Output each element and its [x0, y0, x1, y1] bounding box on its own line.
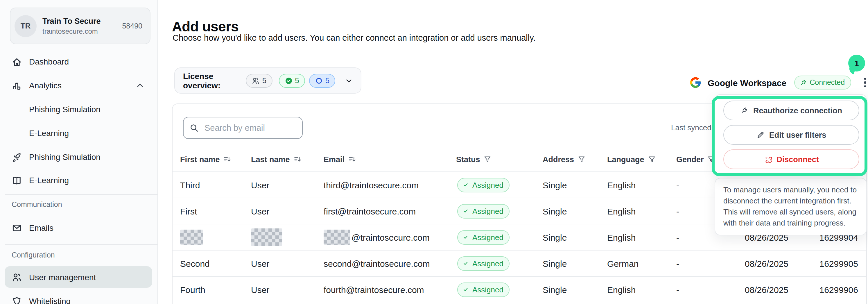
- sort-icon[interactable]: [348, 155, 356, 163]
- status-label: Assigned: [472, 181, 503, 189]
- shield-icon: [11, 296, 22, 304]
- edit-user-filters-label: Edit user filters: [769, 130, 827, 139]
- sidebar-item-label: Phishing Simulation: [29, 104, 100, 114]
- cell-first-name: [180, 224, 203, 250]
- disconnect-button[interactable]: Disconnect: [723, 149, 859, 169]
- cell-last-name: User: [251, 172, 269, 197]
- cell-user-id: 16299906: [788, 277, 858, 302]
- filter-icon[interactable]: [484, 155, 492, 163]
- check-icon: [462, 181, 469, 188]
- sidebar-divider: [5, 194, 157, 195]
- sidebar-item-label: User management: [29, 272, 96, 282]
- cell-language: German: [607, 250, 639, 276]
- workspace-switcher[interactable]: TR Train To Secure traintosecure.com 584…: [10, 7, 151, 44]
- sidebar-divider: [5, 244, 157, 245]
- connected-status-badge: Connected: [794, 75, 851, 90]
- cell-first-name: Third: [180, 172, 200, 197]
- connected-status-label: Connected: [810, 79, 845, 87]
- table-row[interactable]: Fourth User fourth@traintosecure.com Ass…: [173, 276, 866, 302]
- cell-email: second@traintosecure.com: [323, 250, 430, 276]
- license-total-badge: 5: [246, 73, 272, 88]
- sidebar-item-label: Phishing Simulation: [29, 152, 100, 161]
- sidebar-item-phishing-simulation[interactable]: Phishing Simulation: [5, 147, 152, 168]
- cell-status: Assigned: [457, 198, 510, 224]
- sidebar-item-dashboard[interactable]: Dashboard: [5, 51, 152, 72]
- integration-dropdown-menu: Reauthorize connection Edit user filters…: [715, 94, 867, 176]
- redacted-email-prefix: [323, 230, 350, 245]
- redacted-last-name: [251, 229, 282, 246]
- column-header-first-name[interactable]: First name: [180, 148, 231, 170]
- column-header-email[interactable]: Email: [323, 148, 356, 170]
- filter-icon[interactable]: [707, 155, 715, 163]
- sidebar: TR Train To Secure traintosecure.com 584…: [0, 0, 158, 304]
- reauthorize-connection-button[interactable]: Reauthorize connection: [723, 100, 859, 120]
- column-header-gender[interactable]: Gender: [676, 148, 715, 170]
- sidebar-item-emails[interactable]: Emails: [5, 217, 152, 238]
- sort-icon[interactable]: [223, 155, 231, 163]
- edit-user-filters-button[interactable]: Edit user filters: [723, 125, 859, 145]
- column-header-language[interactable]: Language: [607, 148, 656, 170]
- integration-menu-button[interactable]: [861, 76, 868, 89]
- sidebar-item-analytics-phishing-simulation[interactable]: Phishing Simulation: [5, 99, 152, 120]
- column-header-label: Status: [456, 155, 480, 163]
- cell-email: fourth@traintosecure.com: [323, 277, 424, 302]
- license-active-value: 5: [295, 76, 299, 85]
- search-box[interactable]: [183, 117, 303, 139]
- column-header-last-name[interactable]: Last name: [251, 148, 302, 170]
- sidebar-section-communication: Communication: [11, 201, 62, 209]
- integration-name: Google Workspace: [708, 78, 786, 88]
- sidebar-item-label: E-Learning: [29, 128, 69, 138]
- workspace-info: Train To Secure traintosecure.com: [42, 17, 116, 35]
- sidebar-item-e-learning[interactable]: E-Learning: [5, 170, 152, 191]
- license-active-badge: 5: [279, 73, 305, 88]
- table-row[interactable]: Second User second@traintosecure.com Ass…: [173, 250, 866, 276]
- filter-icon[interactable]: [648, 155, 656, 163]
- column-header-label: Last name: [251, 155, 290, 163]
- status-label: Assigned: [472, 233, 503, 242]
- check-icon: [462, 208, 469, 214]
- sidebar-item-user-management[interactable]: User management: [5, 266, 152, 288]
- plug-icon: [741, 107, 749, 115]
- check-icon: [462, 260, 469, 267]
- status-badge: Assigned: [457, 282, 510, 297]
- cell-status: Assigned: [457, 277, 510, 302]
- email-suffix: @traintosecure.com: [351, 232, 430, 242]
- sidebar-item-analytics-e-learning[interactable]: E-Learning: [5, 123, 152, 144]
- chevron-up-icon[interactable]: [136, 81, 144, 90]
- check-circle-icon: [284, 77, 292, 85]
- pencil-icon: [756, 131, 765, 139]
- cell-last-synced: 08/26/2025: [710, 277, 788, 302]
- cell-gender: -: [676, 224, 679, 250]
- column-header-address[interactable]: Address: [542, 148, 586, 170]
- unlink-icon: [764, 155, 772, 163]
- status-badge: Assigned: [457, 256, 510, 271]
- license-overview-label: License overview:: [183, 71, 240, 90]
- circle-icon: [315, 77, 323, 85]
- redacted-first-name: [180, 230, 203, 245]
- reauthorize-connection-label: Reauthorize connection: [753, 106, 842, 115]
- cell-last-name: User: [251, 277, 269, 302]
- workspace-avatar: TR: [14, 15, 37, 37]
- search-input[interactable]: [203, 123, 296, 133]
- cell-last-name: User: [251, 198, 269, 224]
- cell-address: Single: [542, 250, 567, 276]
- workspace-name: Train To Secure: [42, 17, 116, 26]
- chevron-down-icon[interactable]: [345, 76, 353, 85]
- sidebar-item-label: Emails: [29, 223, 54, 233]
- column-header-label: First name: [180, 155, 220, 163]
- cell-user-id: 16299905: [788, 250, 858, 276]
- book-open-icon: [11, 175, 22, 185]
- integration-row: Google Workspace Connected: [689, 74, 868, 91]
- cell-first-name: Second: [180, 250, 210, 276]
- license-overview-bar[interactable]: License overview: 5 5 5: [174, 67, 361, 94]
- sidebar-item-whitelisting[interactable]: Whitelisting: [5, 291, 152, 304]
- cell-gender: -: [676, 250, 679, 276]
- column-header-status[interactable]: Status: [456, 148, 492, 170]
- users-icon: [252, 77, 260, 85]
- sidebar-item-analytics[interactable]: Analytics: [5, 75, 152, 96]
- cell-gender: -: [676, 198, 679, 224]
- sort-icon[interactable]: [293, 155, 302, 163]
- filter-icon[interactable]: [578, 155, 586, 163]
- search-icon: [189, 123, 199, 132]
- check-icon: [462, 286, 469, 293]
